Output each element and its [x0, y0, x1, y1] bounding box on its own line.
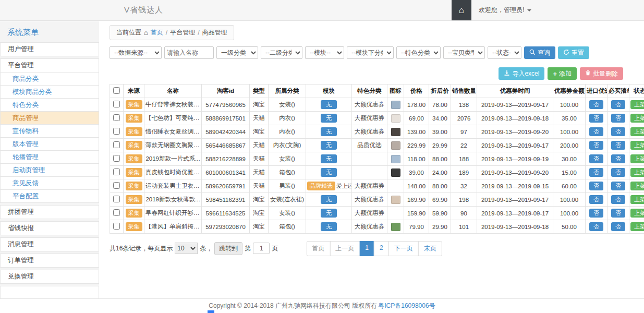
must-buy-toggle[interactable]: 否: [611, 114, 625, 123]
reset-button-label: 重置: [572, 49, 584, 57]
status-toggle[interactable]: 上架: [630, 182, 644, 190]
page-button-prev[interactable]: 上一页: [330, 241, 360, 256]
filter-category-level1[interactable]: 一级分类: [216, 46, 258, 59]
status-toggle[interactable]: 上架: [630, 209, 644, 218]
sidebar-item-carousel-management[interactable]: 轮播管理: [0, 150, 99, 164]
filter-module[interactable]: --模块--: [305, 46, 344, 59]
reset-button[interactable]: 重置: [558, 46, 589, 59]
import-excel-button[interactable]: 导入excel: [499, 67, 544, 80]
batch-delete-button[interactable]: 批量删除: [580, 67, 623, 80]
page-button-2[interactable]: 2: [374, 241, 389, 256]
status-toggle[interactable]: 上架: [630, 100, 644, 109]
cell-sales: 189: [451, 166, 477, 179]
cell-status: 上架: [629, 166, 644, 179]
page-button-first[interactable]: 首页: [306, 241, 330, 256]
jump-page-input[interactable]: [253, 243, 270, 254]
import-select-toggle[interactable]: 否: [589, 114, 603, 123]
page-button-next[interactable]: 下一页: [388, 241, 419, 256]
cell-select: [110, 179, 124, 193]
must-buy-toggle[interactable]: 否: [611, 127, 625, 136]
filter-item-type[interactable]: --宝贝类型--: [443, 46, 485, 59]
sidebar-item-version-management[interactable]: 版本管理: [0, 137, 99, 151]
filter-module-subcategory[interactable]: --模块下分类--: [347, 46, 394, 59]
row-checkbox[interactable]: [113, 209, 120, 216]
filter-category-level2[interactable]: --二级分类--: [261, 46, 302, 59]
import-select-toggle[interactable]: 否: [589, 127, 603, 136]
cell-category: 男装(): [269, 179, 306, 193]
status-toggle[interactable]: 上架: [630, 222, 644, 231]
row-checkbox[interactable]: [113, 223, 120, 230]
filter-data-source[interactable]: --数据来源--: [110, 46, 162, 59]
import-select-toggle[interactable]: 否: [589, 141, 603, 150]
must-buy-toggle[interactable]: 否: [611, 195, 625, 204]
sidebar-item-goods-category[interactable]: 商品分类: [0, 72, 99, 86]
table-body: 采集牛仔背带裤女秋装减龄...577479560965淘宝女装()无大额优惠券1…: [110, 98, 644, 234]
row-checkbox[interactable]: [113, 114, 120, 121]
select-all-checkbox[interactable]: [113, 87, 120, 94]
sidebar-item-partial-item[interactable]: [0, 286, 99, 298]
sidebar-item-platform-management[interactable]: 平台管理: [0, 58, 99, 73]
import-select-toggle[interactable]: 否: [589, 168, 603, 177]
cell-coupon-time: 2019-09-13—2019-09-20: [477, 166, 553, 179]
import-select-toggle[interactable]: 否: [589, 100, 603, 109]
jump-button[interactable]: 跳转到: [214, 242, 242, 255]
sidebar-item-splash-page-management[interactable]: 启动页管理: [0, 163, 99, 177]
must-buy-toggle[interactable]: 否: [611, 222, 625, 231]
import-select-toggle[interactable]: 否: [589, 195, 603, 204]
import-select-toggle[interactable]: 否: [589, 222, 603, 231]
add-button-label: 添加: [559, 69, 572, 78]
must-buy-toggle[interactable]: 否: [611, 154, 625, 163]
cell-icon: [387, 125, 404, 139]
add-button[interactable]: + 添加: [548, 67, 577, 80]
import-select-toggle[interactable]: 否: [589, 182, 603, 190]
icp-link[interactable]: 粤ICP备16098006号: [378, 302, 435, 310]
must-buy-toggle[interactable]: 否: [611, 209, 625, 218]
row-checkbox[interactable]: [113, 101, 120, 107]
sidebar-group: 用户管理: [0, 42, 99, 56]
name-search-input[interactable]: [164, 46, 214, 59]
sidebar-item-message-management[interactable]: 消息管理: [0, 237, 99, 251]
row-checkbox[interactable]: [113, 182, 120, 189]
status-toggle[interactable]: 上架: [630, 114, 644, 123]
import-select-toggle[interactable]: 否: [589, 154, 603, 163]
row-checkbox[interactable]: [113, 128, 120, 135]
sidebar-item-featured-category[interactable]: 特色分类: [0, 98, 99, 112]
status-toggle[interactable]: 上架: [630, 168, 644, 177]
row-checkbox[interactable]: [113, 196, 120, 202]
cell-taoke-id: 597293020870: [202, 220, 250, 234]
status-toggle[interactable]: 上架: [630, 141, 644, 150]
sidebar-item-saving-express-news[interactable]: 省钱快报: [0, 221, 99, 235]
row-checkbox[interactable]: [113, 168, 120, 175]
status-toggle[interactable]: 上架: [630, 154, 644, 163]
sidebar-item-order-management[interactable]: 订单管理: [0, 254, 99, 268]
sidebar-item-user-management[interactable]: 用户管理: [0, 42, 99, 56]
row-checkbox[interactable]: [113, 141, 120, 148]
must-buy-toggle[interactable]: 否: [611, 182, 625, 190]
user-menu[interactable]: 欢迎您，管理员!: [471, 0, 539, 20]
page-button-last[interactable]: 末页: [418, 241, 442, 256]
sidebar-item-feedback[interactable]: 意见反馈: [0, 176, 99, 190]
sidebar-item-platform-config[interactable]: 平台配置: [0, 189, 99, 203]
breadcrumb-home-link[interactable]: 首页: [151, 28, 163, 37]
per-page-select[interactable]: 10: [175, 243, 198, 254]
must-buy-toggle[interactable]: 否: [611, 141, 625, 150]
page-button-1[interactable]: 1: [359, 241, 374, 256]
cell-category: 内衣(文胸): [269, 139, 306, 152]
sidebar-item-group-buy-management[interactable]: 拼团管理: [0, 205, 99, 219]
sidebar-item-promo-materials[interactable]: 宣传物料: [0, 124, 99, 138]
sidebar-item-module-goods-category[interactable]: 模块商品分类: [0, 85, 99, 99]
filter-featured-category[interactable]: --特色分类--: [396, 46, 441, 59]
must-buy-toggle[interactable]: 否: [611, 168, 625, 177]
home-button[interactable]: ⌂: [452, 0, 471, 20]
cell-icon: [387, 152, 404, 166]
filter-status[interactable]: --状态--: [488, 46, 521, 59]
status-toggle[interactable]: 上架: [630, 127, 644, 136]
sidebar-item-exchange-management[interactable]: 兑换管理: [0, 270, 99, 284]
search-button[interactable]: 查询: [524, 46, 555, 59]
source-badge: 采集: [126, 141, 142, 150]
status-toggle[interactable]: 上架: [630, 195, 644, 204]
import-select-toggle[interactable]: 否: [589, 209, 603, 218]
row-checkbox[interactable]: [113, 155, 120, 162]
must-buy-toggle[interactable]: 否: [611, 100, 625, 109]
sidebar-item-goods-management[interactable]: 商品管理: [0, 111, 99, 125]
